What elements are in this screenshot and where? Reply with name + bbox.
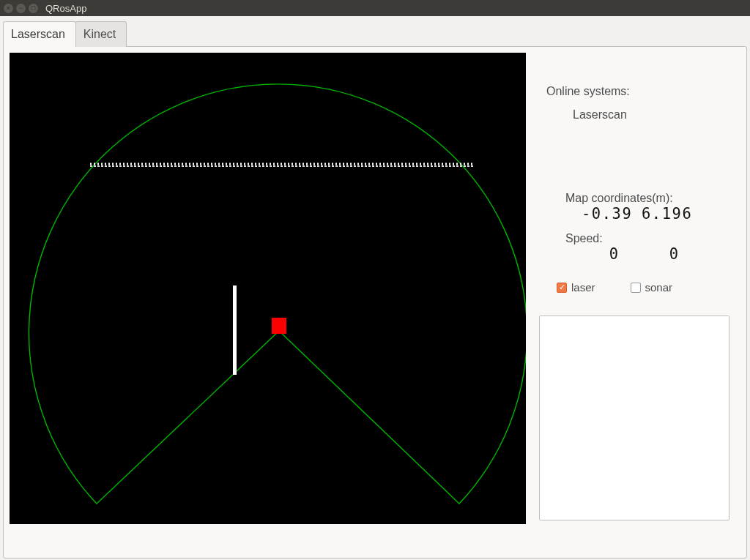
lcd-digits-icon: 6.196 <box>642 206 710 223</box>
map-coordinates-display: -0.39 6.196 <box>582 206 733 225</box>
checkbox-unchecked-icon <box>631 283 641 293</box>
tab-laserscan[interactable]: Laserscan <box>3 21 76 47</box>
svg-text:0: 0 <box>609 247 618 263</box>
tab-strip: Laserscan Kinect <box>0 16 750 46</box>
laser-checkbox[interactable]: laser <box>557 281 595 294</box>
laser-fov-arc <box>29 84 526 504</box>
lcd-digits-icon: 0 <box>582 247 650 263</box>
speed-label: Speed: <box>565 232 733 245</box>
speed-x-value: 0 <box>582 247 625 265</box>
lcd-digits-icon: 0 <box>642 247 710 263</box>
sonar-checkbox-label: sonar <box>645 281 673 294</box>
online-systems-label: Online systems: <box>546 85 733 98</box>
laser-near-obstacle <box>233 285 237 375</box>
sonar-checkbox[interactable]: sonar <box>631 281 673 294</box>
map-y-value: 6.196 <box>642 206 686 225</box>
titlebar: × − □ QRosApp <box>0 0 750 16</box>
svg-text:0: 0 <box>669 247 678 263</box>
side-panel: Online systems: Laserscan Map coordinate… <box>526 53 740 552</box>
log-textarea[interactable] <box>539 316 729 520</box>
lcd-digits-icon: -0.39 <box>582 206 650 223</box>
app-title: QRosApp <box>45 3 86 14</box>
tab-label: Laserscan <box>11 28 65 40</box>
close-icon[interactable]: × <box>4 4 13 13</box>
laser-checkbox-label: laser <box>571 281 595 294</box>
robot-marker <box>272 318 286 334</box>
speed-y-value: 0 <box>642 247 686 265</box>
svg-text:-0.39: -0.39 <box>582 206 632 223</box>
tab-panel: Online systems: Laserscan Map coordinate… <box>3 46 747 559</box>
map-x-value: -0.39 <box>582 206 625 225</box>
minimize-icon[interactable]: − <box>16 4 26 13</box>
window-controls: × − □ <box>4 4 38 13</box>
laser-scan-points <box>90 164 473 166</box>
tab-kinect[interactable]: Kinect <box>75 21 127 47</box>
svg-text:6.196: 6.196 <box>642 206 692 223</box>
online-system-item: Laserscan <box>573 108 733 122</box>
checkbox-checked-icon <box>557 283 567 293</box>
sensor-checkboxes: laser sonar <box>557 281 733 294</box>
laserscan-canvas[interactable] <box>10 53 526 524</box>
speed-display: 0 0 <box>582 247 733 265</box>
map-coordinates-label: Map coordinates(m): <box>565 192 733 205</box>
tab-label: Kinect <box>83 28 116 40</box>
maximize-icon[interactable]: □ <box>29 4 38 13</box>
